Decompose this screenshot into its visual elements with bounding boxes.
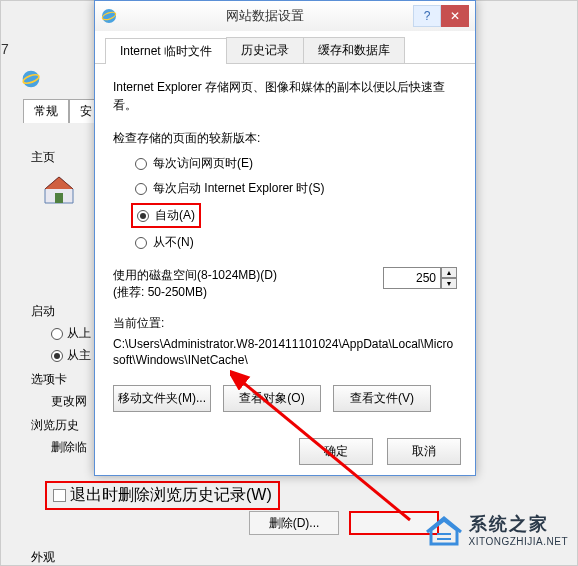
watermark: 系统之家 XITONGZHIJIA.NET [425,510,569,548]
watermark-logo-icon [425,510,463,548]
dialog-title: 网站数据设置 [117,7,413,25]
watermark-cn: 系统之家 [469,512,569,536]
dialog-content: Internet Explorer 存储网页、图像和媒体的副本以便以后快速查看。… [95,64,475,426]
radio-auto[interactable]: 自动(A) [131,203,201,228]
radio-group: 每次访问网页时(E) 每次启动 Internet Explorer 时(S) 自… [113,153,457,253]
bg-startup-label: 启动 [31,303,55,320]
radio-every-visit[interactable]: 每次访问网页时(E) [131,153,457,174]
tabstrip: Internet 临时文件 历史记录 缓存和数据库 [95,31,475,64]
bg-home-label: 主页 [31,149,55,166]
home-icon [41,171,77,207]
radio-every-start[interactable]: 每次启动 Internet Explorer 时(S) [131,178,457,199]
tab-temp-files[interactable]: Internet 临时文件 [105,38,227,64]
view-files-button[interactable]: 查看文件(V) [333,385,431,412]
radio-never[interactable]: 从不(N) [131,232,457,253]
help-button[interactable]: ? [413,5,441,27]
bg-radio-home[interactable]: 从主 [51,347,91,364]
description-text: Internet Explorer 存储网页、图像和媒体的副本以便以后快速查看。 [113,78,457,114]
radio-icon [135,237,147,249]
svg-point-3 [102,9,116,23]
disk-space-hint: (推荐: 50-250MB) [113,284,277,301]
spinner-down-icon[interactable]: ▼ [441,278,457,289]
bg-change-label: 更改网 [51,393,87,410]
close-button[interactable]: ✕ [441,5,469,27]
spinner-up-icon[interactable]: ▲ [441,267,457,278]
ok-button[interactable]: 确定 [299,438,373,465]
move-folder-button[interactable]: 移动文件夹(M)... [113,385,211,412]
check-version-label: 检查存储的页面的较新版本: [113,130,457,147]
action-button-row: 移动文件夹(M)... 查看对象(O) 查看文件(V) [113,385,457,412]
bg-exit-delete-checkbox-row[interactable]: 退出时删除浏览历史记录(W) [45,481,280,510]
bg-tab-general[interactable]: 常规 [23,99,69,123]
bg-history-label: 浏览历史 [31,417,79,434]
website-data-settings-dialog: 网站数据设置 ? ✕ Internet 临时文件 历史记录 缓存和数据库 Int… [94,0,476,476]
disk-space-spinner[interactable]: ▲ ▼ [383,267,457,289]
radio-icon [137,210,149,222]
disk-space-input[interactable] [383,267,441,289]
checkbox-icon[interactable] [53,489,66,502]
tab-history[interactable]: 历史记录 [226,37,304,63]
bg-delete-button[interactable]: 删除(D)... [249,511,339,535]
bg-exit-delete-label: 退出时删除浏览历史记录(W) [70,485,272,506]
bg-appearance-label: 外观 [31,549,55,566]
watermark-en: XITONGZHIJIA.NET [469,536,569,547]
location-path: C:\Users\Administrator.W8-201411101024\A… [113,336,457,370]
bg-number: 7 [1,41,9,57]
dialog-footer: 确定 取消 [299,438,461,465]
cancel-button[interactable]: 取消 [387,438,461,465]
svg-rect-2 [55,193,63,203]
disk-space-row: 使用的磁盘空间(8-1024MB)(D) (推荐: 50-250MB) ▲ ▼ [113,267,457,301]
titlebar: 网站数据设置 ? ✕ [95,1,475,31]
bg-delete-label: 删除临 [51,439,87,456]
bg-tabstrip: 常规 安 [23,99,103,123]
radio-icon [135,158,147,170]
view-objects-button[interactable]: 查看对象(O) [223,385,321,412]
bg-radio-last[interactable]: 从上 [51,325,91,342]
dialog-icon [101,8,117,24]
bg-tabcard-label: 选项卡 [31,371,67,388]
disk-space-label: 使用的磁盘空间(8-1024MB)(D) [113,267,277,284]
radio-icon [135,183,147,195]
location-label: 当前位置: [113,315,457,332]
tab-cache[interactable]: 缓存和数据库 [303,37,405,63]
ie-icon [21,69,41,89]
